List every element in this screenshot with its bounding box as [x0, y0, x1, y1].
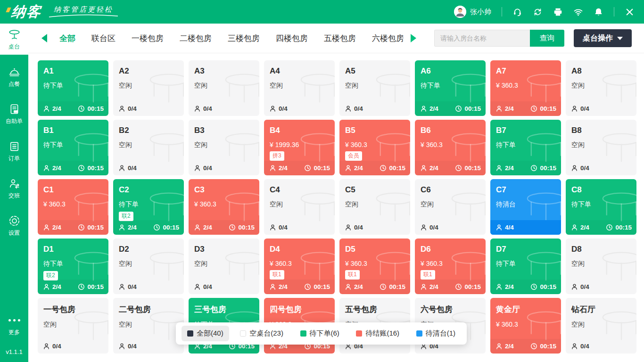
- area-tab[interactable]: 六楼包房: [372, 33, 404, 44]
- table-card[interactable]: 钻石厅 空闲 0/4: [566, 298, 636, 354]
- table-card[interactable]: C5 空闲 0/4: [339, 179, 410, 235]
- guest-count: 0/4: [571, 343, 589, 350]
- table-card[interactable]: D3 空闲 0/4: [189, 239, 259, 294]
- table-card-footer: 0/4: [113, 101, 184, 116]
- table-card[interactable]: D8 空闲 0/4: [566, 239, 636, 294]
- table-card[interactable]: A4 空闲 0/4: [264, 60, 335, 116]
- table-card[interactable]: A7 ¥ 360.3 2/4: [490, 60, 561, 116]
- sidebar-item-order-food[interactable]: 点餐: [0, 61, 28, 92]
- table-search-input[interactable]: [434, 30, 530, 47]
- legend-item[interactable]: 待清台(1): [411, 326, 461, 341]
- guest-count: 0/4: [420, 224, 438, 231]
- close-icon[interactable]: [625, 7, 635, 17]
- table-card[interactable]: C7 待清台 4/4: [490, 179, 561, 235]
- table-card[interactable]: A6 待下单 2/4: [415, 60, 486, 116]
- table-card-footer: 0/4: [113, 161, 184, 175]
- person-icon: [194, 165, 201, 172]
- table-card[interactable]: C3 ¥ 360.3 2/4: [189, 179, 259, 235]
- bell-icon[interactable]: [594, 7, 603, 17]
- table-amount: ¥ 1999.36: [270, 141, 329, 148]
- clock-icon: [455, 283, 462, 290]
- table-card[interactable]: D6 ¥ 360.3 联1 2/4: [415, 239, 486, 294]
- legend-swatch: [240, 330, 246, 337]
- table-card-footer: 0/4: [339, 220, 410, 235]
- customer-service-icon[interactable]: [512, 7, 522, 17]
- table-card[interactable]: B5 ¥ 360.3 会员 2/4: [339, 120, 410, 175]
- wifi-icon[interactable]: [573, 7, 583, 17]
- table-card[interactable]: B7 待下单 2/4: [490, 120, 561, 175]
- area-tab[interactable]: 四楼包房: [276, 33, 308, 44]
- table-card[interactable]: C2 待下单 联2 2/4: [113, 179, 184, 235]
- legend-item[interactable]: 待下单(6): [295, 326, 345, 341]
- table-tag: 会员: [345, 151, 362, 161]
- table-card-footer: 2/4 00:15: [189, 220, 259, 235]
- guest-count: 0/4: [194, 283, 212, 290]
- sidebar-item-self-order[interactable]: 自助单: [0, 98, 28, 129]
- table-card[interactable]: 黄金厅 ¥ 360.3 2/4: [490, 298, 561, 354]
- scroll-left-icon[interactable]: [41, 34, 47, 42]
- more-dots-icon: [8, 314, 20, 327]
- person-icon: [420, 283, 427, 290]
- table-card[interactable]: A2 空闲 0/4: [113, 60, 184, 116]
- table-card[interactable]: B3 空闲 0/4: [189, 120, 259, 175]
- status-legend: 全部(40) 空桌台(23) 待下单(6) 待结账(16) 待清台(1): [176, 322, 467, 345]
- table-card[interactable]: C8 待下单 2/4: [566, 179, 636, 235]
- table-name: C8: [571, 185, 631, 195]
- table-card[interactable]: B2 空闲 0/4: [113, 120, 184, 175]
- legend-swatch: [416, 330, 422, 337]
- scroll-right-icon[interactable]: [411, 34, 416, 42]
- printer-icon[interactable]: [553, 7, 563, 17]
- table-card[interactable]: B8 空闲 0/4: [566, 120, 636, 175]
- table-card[interactable]: B1 待下单 2/4: [38, 120, 108, 175]
- table-status: 空闲: [43, 321, 103, 329]
- table-card[interactable]: D1 待下单 联2 2/4: [38, 239, 108, 294]
- chevron-down-icon: [617, 37, 623, 40]
- table-card-footer: 0/4: [113, 280, 184, 294]
- table-card[interactable]: B4 ¥ 1999.36 拼3 2/4: [264, 120, 335, 175]
- search-button[interactable]: 查询: [530, 30, 564, 47]
- table-card[interactable]: 二号包房 空闲 0/4: [113, 298, 184, 354]
- current-user[interactable]: 张小帅: [454, 6, 491, 18]
- legend-item[interactable]: 待结账(16): [350, 326, 405, 341]
- table-card[interactable]: 一号包房 空闲 0/4: [38, 298, 108, 354]
- area-tab[interactable]: 一楼包房: [132, 33, 164, 44]
- table-card[interactable]: C6 空闲 0/4: [415, 179, 486, 235]
- sidebar-item-tables[interactable]: 桌台: [0, 24, 28, 55]
- area-tab[interactable]: 二楼包房: [180, 33, 212, 44]
- table-card[interactable]: D7 待下单 2/4: [490, 239, 561, 294]
- table-card[interactable]: A1 待下单 2/4: [38, 60, 108, 116]
- legend-item[interactable]: 全部(40): [182, 326, 229, 341]
- table-card[interactable]: A3 空闲 0/4: [189, 60, 259, 116]
- table-card[interactable]: D5 ¥ 360.3 联1 2/4: [339, 239, 410, 294]
- table-card[interactable]: D2 空闲 0/4: [113, 239, 184, 294]
- area-tab[interactable]: 三楼包房: [228, 33, 260, 44]
- dining-time: 00:15: [78, 283, 104, 290]
- sidebar-item-orders[interactable]: 订单: [0, 135, 28, 166]
- guest-count: 2/4: [269, 165, 288, 172]
- clock-icon: [78, 165, 85, 172]
- table-card-footer: 2/4 00:15: [113, 220, 184, 235]
- sidebar-item-more[interactable]: 更多: [0, 309, 28, 340]
- sidebar-item-settings[interactable]: 设置: [0, 210, 28, 241]
- table-card-footer: 2/4 00:15: [566, 220, 636, 235]
- table-card[interactable]: D4 ¥ 360.3 联1 2/4: [264, 239, 335, 294]
- legend-item[interactable]: 空桌台(23): [234, 326, 289, 341]
- logo-slogan: 纳客管店更轻松: [48, 5, 119, 19]
- table-operations-button[interactable]: 桌台操作: [574, 29, 632, 47]
- clock-icon: [78, 105, 85, 112]
- area-tab[interactable]: 全部: [59, 33, 75, 44]
- table-card[interactable]: B6 ¥ 360.3 2/4: [415, 120, 486, 175]
- table-card[interactable]: A8 空闲 0/4: [566, 60, 636, 116]
- table-card[interactable]: C1 ¥ 360.3 2/4: [38, 179, 108, 235]
- table-card[interactable]: C4 空闲 0/4: [264, 179, 335, 235]
- sync-icon[interactable]: [533, 7, 543, 17]
- area-tab[interactable]: 联台区: [91, 33, 116, 44]
- person-icon: [420, 165, 427, 172]
- person-icon: [495, 105, 503, 112]
- guest-count: 2/4: [194, 224, 212, 231]
- sidebar-item-shift-change[interactable]: 交班: [0, 173, 28, 204]
- area-tab[interactable]: 五楼包房: [324, 33, 356, 44]
- person-icon: [495, 165, 503, 172]
- table-card[interactable]: A5 空闲 0/4: [339, 60, 410, 116]
- table-name: D6: [421, 245, 480, 254]
